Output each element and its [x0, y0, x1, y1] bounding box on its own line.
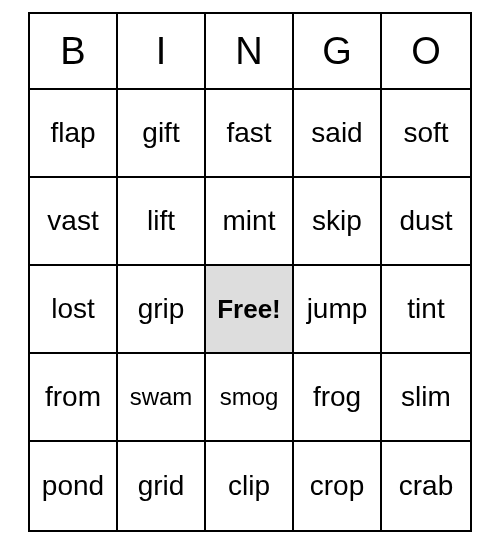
bingo-cell[interactable]: crab [382, 442, 470, 530]
bingo-row: vast lift mint skip dust [30, 178, 470, 266]
bingo-row: from swam smog frog slim [30, 354, 470, 442]
bingo-cell[interactable]: fast [206, 90, 294, 178]
bingo-cell[interactable]: jump [294, 266, 382, 354]
bingo-header-b: B [30, 14, 118, 90]
bingo-cell[interactable]: lift [118, 178, 206, 266]
bingo-cell[interactable]: frog [294, 354, 382, 442]
bingo-free-cell[interactable]: Free! [206, 266, 294, 354]
bingo-cell[interactable]: slim [382, 354, 470, 442]
bingo-header-i: I [118, 14, 206, 90]
bingo-cell[interactable]: clip [206, 442, 294, 530]
bingo-header-n: N [206, 14, 294, 90]
bingo-cell[interactable]: vast [30, 178, 118, 266]
bingo-card: B I N G O flap gift fast said soft vast … [28, 12, 472, 532]
bingo-cell[interactable]: dust [382, 178, 470, 266]
bingo-cell[interactable]: from [30, 354, 118, 442]
bingo-cell[interactable]: tint [382, 266, 470, 354]
bingo-cell[interactable]: said [294, 90, 382, 178]
bingo-row: flap gift fast said soft [30, 90, 470, 178]
bingo-header-g: G [294, 14, 382, 90]
bingo-row: pond grid clip crop crab [30, 442, 470, 530]
bingo-cell[interactable]: lost [30, 266, 118, 354]
bingo-header-row: B I N G O [30, 14, 470, 90]
bingo-cell[interactable]: soft [382, 90, 470, 178]
bingo-cell[interactable]: skip [294, 178, 382, 266]
bingo-cell[interactable]: crop [294, 442, 382, 530]
bingo-cell[interactable]: flap [30, 90, 118, 178]
bingo-cell[interactable]: pond [30, 442, 118, 530]
bingo-cell[interactable]: grid [118, 442, 206, 530]
bingo-row: lost grip Free! jump tint [30, 266, 470, 354]
bingo-cell[interactable]: mint [206, 178, 294, 266]
bingo-cell[interactable]: grip [118, 266, 206, 354]
bingo-cell[interactable]: smog [206, 354, 294, 442]
bingo-cell[interactable]: swam [118, 354, 206, 442]
bingo-cell[interactable]: gift [118, 90, 206, 178]
bingo-header-o: O [382, 14, 470, 90]
